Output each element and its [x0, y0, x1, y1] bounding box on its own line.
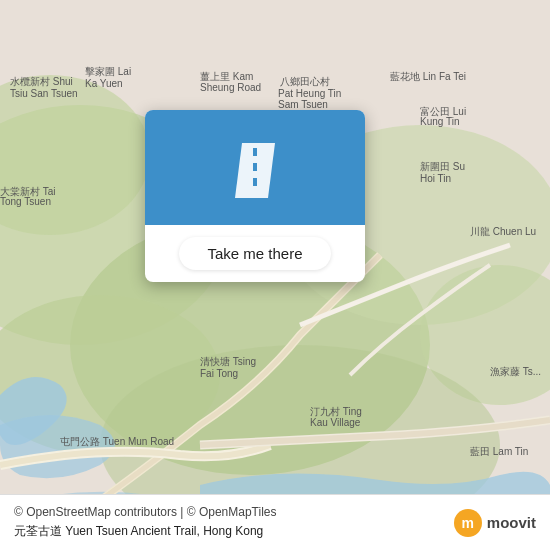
svg-text:Fai Tong: Fai Tong [200, 368, 238, 379]
moovit-m: m [462, 515, 474, 531]
svg-text:八鄉田心村: 八鄉田心村 [280, 76, 330, 87]
road-icon [220, 138, 290, 203]
bottom-attribution: © OpenStreetMap contributors | © OpenMap… [14, 505, 394, 540]
svg-text:藍花地 Lin Fa Tei: 藍花地 Lin Fa Tei [390, 71, 466, 82]
svg-text:Kung Tin: Kung Tin [420, 116, 459, 127]
moovit-text: moovit [487, 514, 536, 531]
attribution-text: © OpenStreetMap contributors | © OpenMap… [14, 505, 276, 519]
svg-text:Hoi Tin: Hoi Tin [420, 173, 451, 184]
card-icon-area [145, 110, 365, 225]
bottom-bar: © OpenStreetMap contributors | © OpenMap… [0, 494, 550, 550]
svg-marker-34 [255, 143, 275, 198]
svg-text:擊家圍 Lai: 擊家圍 Lai [85, 66, 131, 77]
svg-text:屯門公路 Tuen Mun Road: 屯門公路 Tuen Mun Road [60, 436, 174, 447]
svg-text:Tsiu San Tsuen: Tsiu San Tsuen [10, 88, 78, 99]
svg-text:Ka Yuen: Ka Yuen [85, 78, 123, 89]
svg-rect-36 [253, 163, 257, 171]
svg-text:Tong Tsuen: Tong Tsuen [0, 196, 51, 207]
svg-text:Sam Tsuen: Sam Tsuen [278, 99, 328, 110]
svg-text:汀九村 Ting: 汀九村 Ting [310, 406, 362, 417]
svg-text:薑上里 Kam: 薑上里 Kam [200, 71, 253, 82]
action-card: Take me there [145, 110, 365, 282]
svg-text:新圍田 Su: 新圍田 Su [420, 161, 465, 172]
svg-text:藍田 Lam Tin: 藍田 Lam Tin [470, 446, 528, 457]
moovit-icon: m [454, 509, 482, 537]
map-container: 水欖新村 Shui Tsiu San Tsuen 擊家圍 Lai Ka Yuen… [0, 0, 550, 550]
take-me-there-button[interactable]: Take me there [179, 237, 330, 270]
svg-rect-37 [253, 178, 257, 186]
svg-text:清快塘 Tsing: 清快塘 Tsing [200, 356, 256, 367]
svg-text:Pat Heung Tin: Pat Heung Tin [278, 88, 341, 99]
svg-marker-33 [235, 143, 255, 198]
svg-text:Kau Village: Kau Village [310, 417, 361, 428]
svg-text:Sheung Road: Sheung Road [200, 82, 261, 93]
svg-text:漁家藤 Ts...: 漁家藤 Ts... [490, 366, 541, 377]
place-name: 元荃古道 Yuen Tsuen Ancient Trail, Hong Kong [14, 523, 263, 540]
moovit-logo: m moovit [454, 509, 536, 537]
svg-text:水欖新村 Shui: 水欖新村 Shui [10, 76, 73, 87]
svg-rect-35 [253, 148, 257, 156]
svg-text:川龍 Chuen Lu: 川龍 Chuen Lu [470, 226, 536, 237]
